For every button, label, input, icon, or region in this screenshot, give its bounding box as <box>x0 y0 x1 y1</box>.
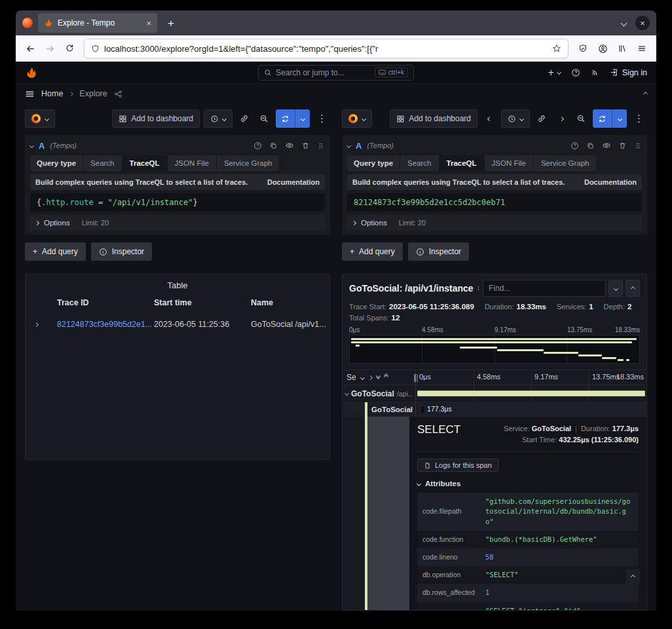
drag-handle-icon[interactable] <box>634 142 642 150</box>
duplicate-query-icon[interactable] <box>269 142 278 150</box>
window-close-button[interactable]: × <box>635 16 650 30</box>
column-trace-id[interactable]: Trace ID <box>57 298 154 307</box>
tab-service-graph[interactable]: Service Graph <box>534 155 597 171</box>
documentation-link[interactable]: Documentation <box>267 178 320 186</box>
forward-button[interactable] <box>41 39 59 58</box>
collapse-controls-chevron-icon[interactable] <box>643 91 648 96</box>
query-options-row[interactable]: Options Limit: 20 <box>30 215 325 231</box>
column-resize-grip[interactable] <box>415 374 418 382</box>
drag-handle-icon[interactable] <box>317 142 325 150</box>
query-options-row[interactable]: Options Limit: 20 <box>347 215 642 231</box>
kebab-menu-icon[interactable]: ⋮ <box>314 113 330 124</box>
run-query-button[interactable] <box>276 109 310 128</box>
url-bar[interactable] <box>84 39 569 58</box>
reload-button[interactable] <box>60 39 79 58</box>
span-row-root[interactable]: GoToSocial /api... <box>343 385 646 402</box>
collapse-query-chevron-icon[interactable] <box>346 143 351 147</box>
documentation-link[interactable]: Documentation <box>584 178 637 186</box>
tab-search[interactable]: Search <box>400 155 439 171</box>
expand-all-icon[interactable] <box>384 376 388 379</box>
logs-for-span-button[interactable]: Logs for this span <box>417 459 498 472</box>
disable-query-eye-icon[interactable] <box>285 141 294 150</box>
collapse-all-icon[interactable] <box>377 376 380 379</box>
remove-query-trash-icon[interactable] <box>618 142 627 150</box>
time-picker-button[interactable] <box>501 109 530 128</box>
link-icon[interactable] <box>236 109 252 128</box>
zoom-out-icon[interactable] <box>256 109 272 128</box>
create-menu-button[interactable]: + <box>548 67 560 79</box>
find-prev-button[interactable] <box>625 280 640 297</box>
run-query-button[interactable] <box>593 109 627 128</box>
collapse-span-chevron-icon[interactable] <box>345 391 349 396</box>
column-start-time[interactable]: Start time <box>154 298 251 307</box>
find-input[interactable] <box>483 280 606 297</box>
span-bar[interactable] <box>417 391 645 396</box>
tab-close-icon[interactable]: × <box>146 19 151 28</box>
breadcrumb-home[interactable]: Home <box>41 89 63 98</box>
disable-query-eye-icon[interactable] <box>602 141 611 150</box>
find-next-button[interactable] <box>608 280 623 297</box>
tab-search[interactable]: Search <box>83 155 122 171</box>
add-query-button[interactable]: +Add query <box>25 242 86 261</box>
tab-list-chevron-icon[interactable] <box>621 20 627 26</box>
sign-in-button[interactable]: Sign in <box>610 68 647 77</box>
firefox-icon[interactable] <box>22 18 33 28</box>
save-shield-icon[interactable] <box>574 39 592 58</box>
new-tab-button[interactable]: + <box>162 18 179 29</box>
trace-id-link[interactable]: 82124873cf3e99b5d2e1... <box>57 320 154 329</box>
library-icon[interactable] <box>613 39 631 58</box>
collapse-query-chevron-icon[interactable] <box>29 143 34 147</box>
sync-icon[interactable] <box>276 109 295 128</box>
expand-one-chevron-icon[interactable] <box>368 375 373 379</box>
remove-query-trash-icon[interactable] <box>301 142 310 150</box>
mega-menu-icon[interactable] <box>25 89 35 99</box>
link-icon[interactable] <box>534 109 550 128</box>
scroll-to-top-button[interactable] <box>625 569 640 584</box>
traceql-code-editor[interactable]: {.http.route = "/api/v1/instance"} <box>30 193 325 212</box>
sync-icon[interactable] <box>593 109 612 128</box>
run-options-chevron-icon[interactable] <box>612 109 627 128</box>
query-help-icon[interactable] <box>253 142 262 150</box>
datasource-picker[interactable] <box>25 109 55 128</box>
tab-json-file[interactable]: JSON File <box>485 155 534 171</box>
inspector-button[interactable]: Inspector <box>408 242 469 261</box>
datasource-picker[interactable] <box>342 109 372 128</box>
back-button[interactable] <box>21 39 39 58</box>
tab-traceql[interactable]: TraceQL <box>122 155 168 171</box>
grafana-logo[interactable] <box>25 66 38 79</box>
minimap-canvas[interactable] <box>349 335 640 364</box>
add-query-button[interactable]: +Add query <box>342 242 403 261</box>
time-picker-button[interactable] <box>204 109 233 128</box>
span-bar[interactable] <box>421 406 424 413</box>
shield-icon[interactable] <box>91 45 100 53</box>
share-icon[interactable] <box>114 90 122 98</box>
news-icon[interactable] <box>591 68 599 77</box>
trace-minimap[interactable]: 0μs 4.58ms 9.17ms 13.75ms 18.33ms <box>349 326 640 364</box>
run-options-chevron-icon[interactable] <box>295 109 310 128</box>
sort-chevron-icon[interactable] <box>360 375 365 379</box>
add-to-dashboard-button[interactable]: Add to dashboard <box>112 109 200 128</box>
query-help-icon[interactable] <box>570 142 579 150</box>
zoom-out-icon[interactable] <box>573 109 589 128</box>
expand-row-chevron-icon[interactable] <box>34 322 39 326</box>
service-operation-column-label[interactable]: Se <box>346 373 356 382</box>
duplicate-query-icon[interactable] <box>586 142 595 150</box>
url-input[interactable] <box>104 44 548 54</box>
column-name[interactable]: Name <box>251 298 329 307</box>
tab-json-file[interactable]: JSON File <box>168 155 217 171</box>
traceql-code-editor[interactable]: 82124873cf3e99b5d2e1cc5d2bc0eb71 <box>347 193 642 212</box>
search-input[interactable] <box>276 68 371 77</box>
tab-service-graph[interactable]: Service Graph <box>217 155 280 171</box>
span-row-selected[interactable]: GoToSocial 177.3μs <box>343 402 646 417</box>
account-icon[interactable] <box>593 39 612 58</box>
add-to-dashboard-button[interactable]: Add to dashboard <box>390 109 477 128</box>
tab-traceql[interactable]: TraceQL <box>439 155 485 171</box>
pane-widen-chevron-icon[interactable] <box>553 109 569 128</box>
pane-narrow-chevron-icon[interactable] <box>481 109 497 128</box>
kebab-menu-icon[interactable]: ⋮ <box>631 113 647 124</box>
attributes-accordion[interactable]: Attributes <box>417 480 639 487</box>
global-search[interactable]: ctrl+k <box>258 65 414 81</box>
inspector-button[interactable]: Inspector <box>91 242 152 261</box>
browser-tab[interactable]: Explore - Tempo × <box>38 13 157 33</box>
menu-icon[interactable] <box>633 39 651 58</box>
